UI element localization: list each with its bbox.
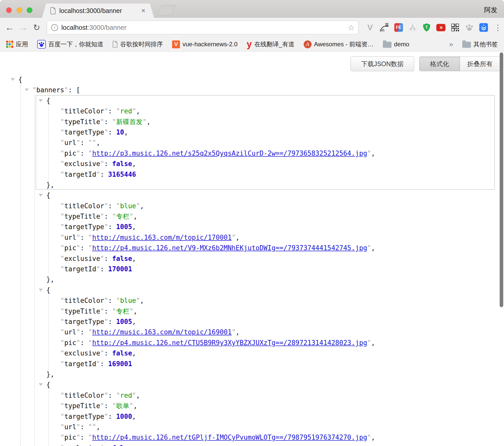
vertical-scrollbar[interactable] <box>500 52 503 307</box>
bookmark-baidu[interactable]: 百度一下，你就知道 <box>37 40 103 49</box>
chevron-right-icon: » <box>449 40 453 48</box>
json-punct: : <box>108 128 116 136</box>
json-link[interactable]: http://music.163.com/m/topic/169001 <box>92 328 232 336</box>
qr-code-icon[interactable] <box>451 23 460 32</box>
bookmarks-overflow[interactable]: » <box>449 40 453 48</box>
bookmark-awesomes[interactable]: A Awesomes - 前端资… <box>304 40 374 48</box>
url-text[interactable]: localhost:3000/banner <box>61 24 127 32</box>
collapse-triangle-icon[interactable] <box>39 383 43 386</box>
vue-devtools-icon[interactable]: V <box>366 23 375 32</box>
json-quote: " <box>88 234 92 241</box>
json-quote: " <box>60 265 64 273</box>
json-boolean: false <box>112 255 132 262</box>
json-quote: " <box>60 349 64 357</box>
collapse-triangle-icon[interactable] <box>39 194 43 197</box>
close-window-button[interactable] <box>6 7 12 13</box>
collapse-all-button[interactable]: 折叠所有 <box>460 57 500 71</box>
json-key: banners <box>36 86 64 94</box>
shield-icon[interactable]: T <box>422 23 431 32</box>
json-quote: " <box>60 444 64 446</box>
paw-icon[interactable] <box>465 23 474 32</box>
collapse-triangle-icon[interactable] <box>25 88 29 91</box>
json-punct: : <box>104 402 112 410</box>
collapse-triangle-icon[interactable] <box>39 99 43 102</box>
info-icon[interactable]: i <box>51 24 58 31</box>
bookmark-star-icon[interactable]: ☆ <box>348 23 355 32</box>
json-quote: " <box>60 434 64 441</box>
json-punct: : <box>80 139 88 146</box>
json-quote: " <box>100 213 104 220</box>
json-punct: : <box>104 160 112 168</box>
json-quote: " <box>104 297 108 304</box>
youdao-icon: y <box>247 40 252 48</box>
bookmark-vue-hackernews[interactable]: V vue-hackernews-2.0 <box>172 40 237 48</box>
json-link[interactable]: http://p4.music.126.net/V9-MXz6b2MNhEKju… <box>92 244 367 252</box>
json-quote: " <box>60 213 64 220</box>
download-json-button[interactable]: 下载JSON数据 <box>351 56 414 71</box>
other-bookmarks[interactable]: 其他书签 <box>462 40 498 48</box>
back-icon[interactable]: ← <box>5 22 14 33</box>
new-tab-button[interactable] <box>157 5 176 15</box>
fe-helper-icon[interactable]: FE <box>394 23 403 32</box>
json-punct: { <box>18 76 22 83</box>
json-key: typeTitle <box>64 213 100 220</box>
json-line: "banners": [ <box>0 85 504 95</box>
json-key: typeTitle <box>64 307 100 315</box>
json-line: "url": "", <box>0 138 504 148</box>
tab-close-icon[interactable]: × <box>141 7 145 14</box>
zoom-window-button[interactable] <box>27 7 32 13</box>
json-string: blue <box>120 202 136 210</box>
bookmark-google-sort[interactable]: 谷歌按时间排序 <box>113 40 163 48</box>
json-quote: " <box>104 107 108 115</box>
bookmarks-bar: 应用 百度一下，你就知道 谷歌按时间排序 V vue-hackerne <box>0 37 504 52</box>
minimize-window-button[interactable] <box>17 7 22 13</box>
reload-icon[interactable]: ↻ <box>33 23 40 33</box>
json-quote: " <box>60 223 64 231</box>
collapse-triangle-icon[interactable] <box>39 289 43 291</box>
json-key: titleColor <box>64 107 104 115</box>
json-quote: " <box>60 255 64 262</box>
json-quote: " <box>112 307 116 315</box>
json-punct: : <box>80 150 88 157</box>
json-string: 歌单 <box>116 402 129 410</box>
translate-icon[interactable]: 英 en <box>380 23 389 32</box>
json-quote: " <box>104 413 108 420</box>
json-quote: " <box>88 244 92 252</box>
collapse-triangle-icon[interactable] <box>11 78 15 81</box>
json-key: titleColor <box>64 297 104 304</box>
json-quote: " <box>76 423 80 431</box>
json-quote: " <box>116 202 120 210</box>
address-bar[interactable]: i localhost:3000/banner ☆ <box>47 21 358 34</box>
fast-forward-icon[interactable]: » <box>436 23 445 32</box>
json-number: 1005 <box>116 223 132 231</box>
bookmark-demo-folder[interactable]: demo <box>383 41 409 48</box>
sitemap-icon[interactable] <box>408 23 417 32</box>
browser-tab[interactable]: localhost:3000/banner × <box>42 4 154 18</box>
json-number: 10 <box>116 128 124 136</box>
json-line: "pic": "http://p3.music.126.net/s25q2x5Q… <box>0 148 504 159</box>
json-quote: " <box>60 392 64 399</box>
json-key: typeTitle <box>64 402 100 410</box>
bookmark-apps[interactable]: 应用 <box>6 40 28 48</box>
json-link[interactable]: http://p4.music.126.net/CTU5B9R9y3XyYBZX… <box>92 339 367 347</box>
json-quote: " <box>367 244 371 252</box>
json-link[interactable]: http://music.163.com/m/topic/170001 <box>92 234 232 241</box>
json-line: "pic": "http://p4.music.126.net/V9-MXz6b… <box>0 243 504 253</box>
json-line: "url": "http://music.163.com/m/topic/169… <box>0 327 504 337</box>
menu-icon[interactable]: ⋮ <box>493 23 502 32</box>
json-string: red <box>120 392 132 399</box>
download-manager-icon[interactable] <box>479 23 488 32</box>
json-punct: , <box>147 118 151 126</box>
json-quote: " <box>60 339 64 347</box>
json-string: 新碟首发 <box>116 118 143 126</box>
json-quote: " <box>129 307 133 315</box>
json-link[interactable]: http://p4.music.126.net/tGPljf-IMOCyPvum… <box>92 434 367 441</box>
profile-name[interactable]: 阿发 <box>484 6 497 14</box>
format-button[interactable]: 格式化 <box>419 57 460 71</box>
json-punct: : <box>100 171 108 178</box>
json-quote: " <box>112 213 116 220</box>
json-link[interactable]: http://p3.music.126.net/s25q2x5QyqsAzilC… <box>92 150 367 157</box>
json-line: "titleColor": "red", <box>0 390 504 401</box>
bookmark-youdao[interactable]: y 在线翻译_有道 <box>247 40 294 48</box>
apps-grid-icon <box>6 41 13 48</box>
